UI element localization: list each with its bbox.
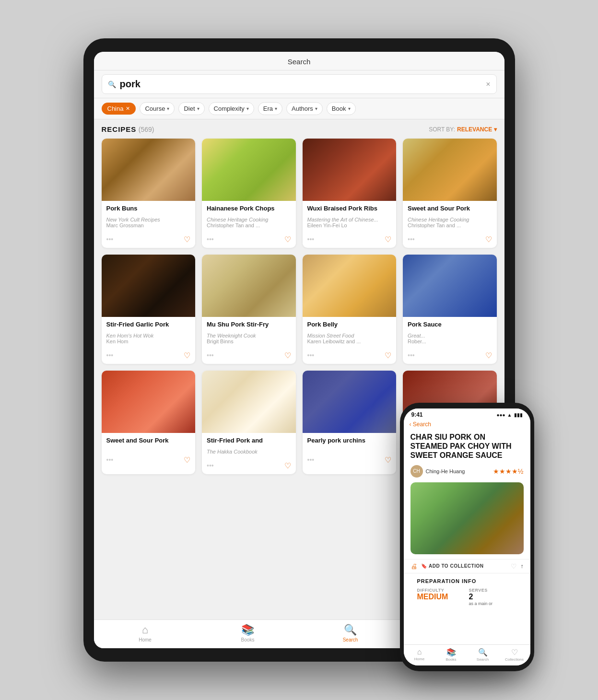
recipe-actions: ••• ♡ (102, 232, 196, 248)
authors-filter-arrow: ▾ (315, 106, 317, 111)
filter-bar: China ✕ Course ▾ Diet ▾ Complexity ▾ Era (94, 98, 504, 119)
recipe-card[interactable]: Pork Buns New York Cult Recipes Marc Gro… (102, 139, 196, 248)
search-clear-button[interactable]: × (486, 80, 490, 89)
recipe-info: Hainanese Pork Chops Chinese Heritage Co… (202, 201, 296, 232)
active-filter-china[interactable]: China ✕ (102, 103, 136, 115)
complexity-filter-label: Complexity (214, 105, 245, 112)
phone-add-collection-button[interactable]: 🔖 ADD TO COLLECTION (421, 563, 484, 569)
recipe-name: Wuxi Braised Pork Ribs (307, 205, 392, 213)
recipe-more-button[interactable]: ••• (207, 235, 214, 243)
recipe-more-button[interactable]: ••• (307, 235, 315, 243)
recipe-more-button[interactable]: ••• (408, 351, 415, 359)
recipe-card[interactable]: Sweet and Sour Pork ••• ♡ (102, 371, 196, 474)
results-label: RECIPES (102, 125, 137, 133)
tab-home[interactable]: ⌂ Home (94, 624, 197, 642)
recipe-favorite-button[interactable]: ♡ (284, 235, 291, 244)
course-filter-arrow: ▾ (167, 106, 169, 111)
phone-prep-title: PREPARATION INFO (417, 578, 517, 584)
era-filter-dropdown[interactable]: Era ▾ (258, 102, 282, 115)
authors-filter-dropdown[interactable]: Authors ▾ (286, 102, 323, 115)
book-filter-dropdown[interactable]: Book ▾ (327, 102, 356, 115)
sort-by-value[interactable]: RELEVANCE ▾ (457, 126, 496, 133)
recipe-card[interactable]: Stir-Fried Garlic Pork Ken Hom's Hot Wok… (102, 255, 196, 364)
recipe-actions: ••• ♡ (303, 453, 397, 468)
recipe-card[interactable]: Wuxi Braised Pork Ribs Mastering the Art… (303, 139, 397, 248)
prep-sub: as a main or (469, 601, 517, 606)
recipe-more-button[interactable]: ••• (106, 456, 114, 464)
recipe-name: Pork Belly (307, 321, 392, 329)
tab-search[interactable]: 🔍 Search (299, 624, 402, 642)
phone-tab-label-books: Books (446, 657, 456, 662)
phone-rating: ★★★★½ (493, 467, 524, 475)
phone-tab-label-home: Home (414, 657, 424, 661)
tab-label-home: Home (139, 637, 152, 642)
recipe-card[interactable]: Pork Belly Mission Street Food Karen Lei… (303, 255, 397, 364)
active-filter-china-label: China (107, 105, 124, 112)
search-query[interactable]: pork (120, 79, 486, 90)
phone-tab-search[interactable]: 🔍 Search (467, 648, 499, 662)
remove-filter-china-icon[interactable]: ✕ (126, 105, 130, 112)
diet-filter-label: Diet (184, 105, 195, 112)
recipe-favorite-button[interactable]: ♡ (184, 351, 190, 360)
recipe-info: Pearly pork urchins (303, 433, 397, 453)
recipe-more-button[interactable]: ••• (307, 351, 315, 359)
recipe-favorite-button[interactable]: ♡ (284, 351, 291, 360)
recipe-favorite-button[interactable]: ♡ (184, 455, 190, 465)
recipe-name: Hainanese Pork Chops (207, 205, 291, 213)
phone-heart-icon[interactable]: ♡ (511, 562, 517, 570)
recipe-favorite-button[interactable]: ♡ (385, 455, 391, 465)
complexity-filter-arrow: ▾ (246, 106, 249, 111)
complexity-filter-dropdown[interactable]: Complexity ▾ (209, 102, 254, 115)
recipe-info: Stir-Fried Garlic Pork Ken Hom's Hot Wok… (102, 317, 196, 348)
phone-tab-books[interactable]: 📚 Books (435, 648, 467, 662)
recipe-more-button[interactable]: ••• (207, 351, 214, 359)
recipe-card[interactable]: Stir-Fried Pork and The Hakka Cookbook •… (202, 371, 296, 474)
search-bar: 🔍 pork × (94, 70, 504, 98)
recipe-image (303, 139, 397, 201)
recipe-more-button[interactable]: ••• (207, 462, 214, 469)
recipe-more-button[interactable]: ••• (307, 456, 315, 464)
recipe-more-button[interactable]: ••• (408, 235, 415, 243)
recipe-book: The Hakka Cookbook (207, 449, 291, 455)
recipe-info: Pork Buns New York Cult Recipes Marc Gro… (102, 201, 196, 232)
phone-status-icons: ●●● ▲ ▮▮▮ (496, 412, 522, 418)
phone-bottom-nav: ⌂ Home 📚 Books 🔍 Search ♡ Collections (404, 644, 530, 665)
phone-tab-collections[interactable]: ♡ Collections (499, 648, 530, 662)
sort-by-group[interactable]: SORT BY: RELEVANCE ▾ (429, 126, 496, 133)
recipe-card[interactable]: Pork Sauce Great... Rober... ••• ♡ (403, 255, 497, 364)
search-input-wrapper[interactable]: 🔍 pork × (102, 74, 497, 94)
recipe-favorite-button[interactable]: ♡ (385, 351, 391, 360)
diet-filter-dropdown[interactable]: Diet ▾ (178, 102, 204, 115)
recipe-card[interactable]: Mu Shu Pork Stir-Fry The Weeknight Cook … (202, 255, 296, 364)
recipe-favorite-button[interactable]: ♡ (184, 235, 190, 244)
recipe-name: Pork Sauce (408, 321, 492, 329)
phone-back-button[interactable]: ‹ Search (410, 421, 525, 428)
recipe-card[interactable]: Pearly pork urchins ••• ♡ (303, 371, 397, 474)
phone-tab-home[interactable]: ⌂ Home (404, 648, 435, 662)
course-filter-dropdown[interactable]: Course ▾ (140, 102, 175, 115)
prep-value: MEDIUM (417, 593, 465, 601)
recipe-more-button[interactable]: ••• (106, 351, 114, 359)
phone-print-icon[interactable]: 🖨 (410, 562, 417, 570)
recipe-image (303, 371, 397, 433)
phone-share-icon[interactable]: ↑ (521, 563, 524, 570)
book-filter-label: Book (332, 105, 346, 112)
recipe-more-button[interactable]: ••• (106, 235, 114, 243)
recipe-favorite-button[interactable]: ♡ (385, 235, 391, 244)
authors-filter-label: Authors (292, 105, 313, 112)
tab-books[interactable]: 📚 Books (197, 624, 299, 642)
recipe-book: Mastering the Art of Chinese... (307, 217, 392, 222)
recipe-favorite-button[interactable]: ♡ (485, 351, 492, 360)
tablet-title: Search (288, 58, 311, 66)
recipe-card[interactable]: Sweet and Sour Pork Chinese Heritage Coo… (403, 139, 497, 248)
recipe-author: Ken Hom (106, 338, 191, 344)
phone-author-name[interactable]: Ching-He Huang (426, 468, 465, 474)
recipe-image (202, 139, 296, 201)
recipe-favorite-button[interactable]: ♡ (284, 461, 291, 470)
recipe-name: Stir-Fried Pork and (207, 437, 291, 445)
recipe-author: Christopher Tan and ... (207, 222, 291, 228)
phone-add-collection-label: ADD TO COLLECTION (429, 563, 483, 569)
recipe-favorite-button[interactable]: ♡ (485, 235, 492, 244)
phone-author-info: CH Ching-He Huang (410, 465, 465, 478)
recipe-card[interactable]: Hainanese Pork Chops Chinese Heritage Co… (202, 139, 296, 248)
